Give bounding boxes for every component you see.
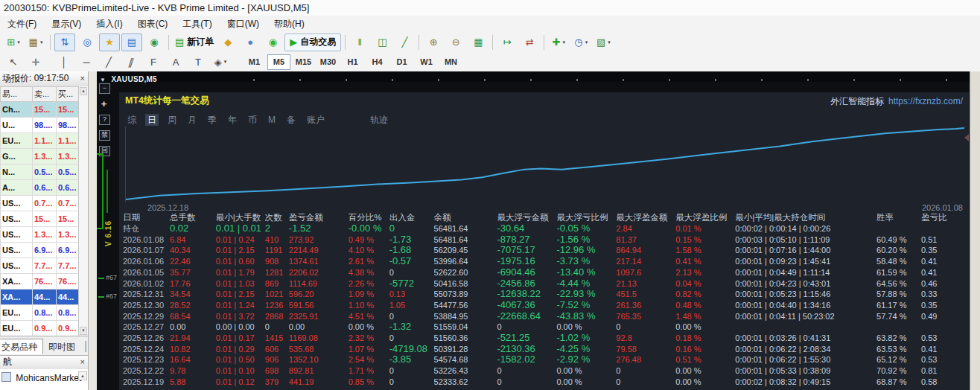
market-watch-row[interactable]: US...1.3...1.3... (1, 227, 80, 243)
market-watch-row[interactable]: EU...0.9...0.9... (1, 321, 80, 336)
market-watch-scrollbar[interactable]: ▲ ▼ (78, 86, 88, 336)
trendline-tool-button[interactable]: ╱ (98, 53, 119, 71)
signals-button[interactable]: ◉ (262, 33, 283, 51)
channel-tool-button[interactable]: ∥ (121, 53, 141, 71)
panel-tab[interactable]: M (266, 114, 278, 126)
market-watch-row[interactable]: US...7.7...7.7... (1, 258, 80, 274)
shapes-tool-button[interactable]: ◈▾ (210, 53, 231, 71)
market-watch-row[interactable]: US...6.9...6.9... (1, 243, 80, 258)
menu-item[interactable]: 工具(T) (175, 18, 219, 31)
timeframe-m15[interactable]: M15 (292, 54, 315, 70)
sidebar-tab[interactable]: 即时图 (43, 339, 80, 354)
forbid-button[interactable]: 禁 (99, 130, 110, 141)
panel-tab[interactable]: 备 (284, 114, 298, 126)
autotrading-button[interactable]: ▶自动交易 (284, 33, 341, 51)
minimize-button[interactable]: − (99, 83, 110, 94)
data-window-button[interactable]: ◎ (77, 33, 98, 51)
stats-cell (876, 322, 921, 333)
menu-item[interactable]: 帮助(H) (267, 18, 312, 31)
navigator-button[interactable]: ★ (99, 33, 120, 51)
chart-shift-button[interactable]: ⇄ (519, 33, 540, 51)
metaeditor-button[interactable]: ◆ (217, 33, 238, 51)
move-icon[interactable]: + (99, 99, 109, 109)
vertical-line-tool-button[interactable]: │ (54, 53, 74, 71)
market-watch-row[interactable]: EU...1.1...1.1... (1, 133, 80, 149)
bar-chart-button[interactable]: ‖ (349, 33, 370, 51)
scroll-down-icon[interactable]: ▼ (80, 327, 87, 335)
menu-item[interactable]: 图表(C) (130, 18, 176, 31)
panel-tab[interactable]: 月 (185, 114, 199, 126)
market-watch-row[interactable]: Ch...15...15... (1, 102, 80, 118)
indicator-link[interactable]: 外汇智能指标https://fxznzb.com/ (830, 95, 963, 108)
timeframe-mn[interactable]: MN (439, 54, 462, 70)
label-tool-button[interactable]: T (188, 53, 209, 71)
market-watch-row[interactable]: U...98....98.... (1, 118, 80, 133)
horizontal-line-tool-button[interactable]: ─ (76, 53, 97, 71)
profiles-button[interactable]: ▦▾ (25, 33, 46, 51)
timeframe-m30[interactable]: M30 (316, 54, 340, 70)
panel-tab[interactable]: 轨迹 (368, 114, 390, 126)
market-watch-row[interactable]: US...0.7...0.7... (1, 196, 80, 211)
stats-cell: 0.01 | 0.10 (216, 365, 265, 377)
cursor-tool-button[interactable]: ↖ (3, 53, 24, 71)
timeframe-m5[interactable]: M5 (267, 54, 290, 70)
sidebar-tab[interactable]: 交易品种 (0, 339, 43, 354)
close-icon[interactable]: × (77, 71, 88, 86)
bid-cell: 44... (33, 290, 57, 305)
menu-item[interactable]: 插入(I) (89, 18, 130, 31)
periods-button[interactable]: ◷▾ (570, 33, 591, 51)
signals-icon: ◉ (269, 37, 277, 47)
dropdown-caret-icon: ▾ (585, 39, 588, 45)
menu-item[interactable]: 文件(F) (0, 18, 44, 31)
help-button[interactable]: ? (99, 115, 110, 125)
fibonacci-tool-button[interactable]: F (143, 53, 164, 71)
new-chart-button[interactable]: ⊞▾ (3, 33, 24, 51)
line-chart-button[interactable]: ╱ (394, 33, 415, 51)
stats-cell: 51559.04 (434, 322, 497, 333)
market-watch-row[interactable]: N...0.5...0.5... (1, 164, 80, 180)
add-indicator-button[interactable]: ✚▾ (548, 33, 569, 51)
market-watch-row[interactable]: G...1.3...1.3... (1, 149, 80, 164)
market-watch-row[interactable]: US...15...15... (1, 211, 80, 227)
link-url[interactable]: https://fxznzb.com/ (888, 96, 963, 106)
zoom-in-button[interactable]: ⊕ (423, 33, 444, 51)
timeframe-w1[interactable]: W1 (415, 54, 438, 70)
timeframe-h4[interactable]: H4 (366, 54, 389, 70)
scroll-up-icon[interactable]: ▲ (80, 87, 87, 95)
panel-tab[interactable]: 币 (246, 114, 259, 126)
close-icon[interactable]: × (77, 356, 88, 368)
new-order-button[interactable]: ▤新订单 (173, 33, 216, 51)
timeframe-d1[interactable]: D1 (390, 54, 413, 70)
auto-scroll-button[interactable]: ↦ (497, 33, 518, 51)
strategy-tester-button[interactable]: ◉ (144, 33, 165, 51)
vertical-scrollbar[interactable] (970, 71, 980, 390)
stats-cell: 68.54 (170, 311, 216, 322)
tile-windows-button[interactable]: ▦ (468, 33, 489, 51)
panel-tab[interactable]: 账户 (305, 114, 327, 126)
navigator-item[interactable]: MohicansMarket ▲ (0, 369, 88, 390)
scroll-up-icon[interactable]: ▲ (78, 371, 87, 380)
market-watch-button[interactable]: ⇅ (54, 33, 75, 51)
market-watch-row[interactable]: XA...44...44... (1, 290, 80, 305)
text-tool-button[interactable]: A (165, 53, 186, 71)
panel-tab[interactable]: 综 (125, 114, 139, 126)
templates-button[interactable]: ▧▾ (593, 33, 614, 51)
zoom-out-button[interactable]: ⊖ (445, 33, 466, 51)
panel-tab[interactable]: 季 (206, 114, 219, 126)
panel-splitter[interactable] (89, 71, 97, 390)
market-watch-row[interactable]: EU...0.8...0.8... (1, 305, 80, 321)
menu-item[interactable]: 显示(V) (44, 18, 89, 31)
panel-tab[interactable]: 年 (226, 114, 239, 126)
crosshair-tool-button[interactable]: ✛ (25, 53, 46, 71)
market-watch-row[interactable]: A...0.6...0.6... (1, 180, 80, 196)
panel-tab[interactable]: 日 (145, 114, 159, 126)
market-watch-row[interactable]: XA...76....76.... (1, 274, 80, 290)
stats-cell: 1352.10 (289, 354, 349, 365)
panel-tab[interactable]: 周 (165, 114, 179, 126)
mql5-community-button[interactable]: ● (240, 33, 261, 51)
timeframe-m1[interactable]: M1 (243, 54, 266, 70)
terminal-button[interactable]: ▤ (121, 33, 142, 51)
candlestick-chart-button[interactable]: ◫ (372, 33, 392, 51)
menu-item[interactable]: 窗口(W) (220, 18, 267, 31)
timeframe-h1[interactable]: H1 (341, 54, 364, 70)
